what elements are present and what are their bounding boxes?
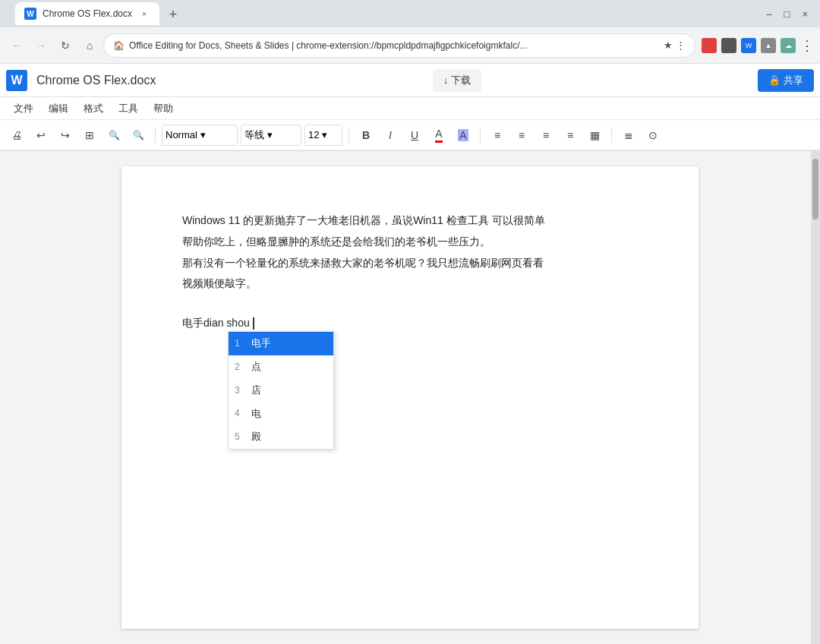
window-right-controls: – □ × [766,8,814,20]
redo-button[interactable]: ↪ [55,125,76,146]
size-arrow: ▾ [322,129,327,140]
page-wrapper: Windows 11 的更新抛弃了一大堆老旧机器，虽说Win11 检查工具 可以… [0,151,820,644]
separator-4 [611,128,612,143]
item-num-1: 1 [235,336,247,351]
paragraph-3: 那有没有一个轻量化的系统来拯救大家的老爷机呢？我只想流畅刷刷网页看看 [182,254,638,273]
style-selector[interactable]: Normal ▾ [162,125,238,146]
font-label: 等线 [244,128,264,142]
text-cursor [253,317,254,330]
autocomplete-dropdown[interactable]: 1 电手 2 点 3 店 4 电 [228,331,334,450]
format-toolbar: 🖨 ↩ ↪ ⊞ 🔍 🔍 Normal ▾ 等线 ▾ 12 ▾ B I U [0,120,820,150]
scrollbar-thumb[interactable] [812,159,818,219]
title-bar: W Chrome OS Flex.docx × + – □ × [0,0,820,27]
extension-icon-3[interactable]: ▲ [761,38,776,53]
separator-2 [348,128,349,143]
document-page[interactable]: Windows 11 的更新抛弃了一大堆老旧机器，虽说Win11 检查工具 可以… [121,166,699,629]
item-char-3: 店 [251,383,261,399]
paragraph-2: 帮助你吃上，但略显臃肿的系统还是会给我们的老爷机一些压力。 [182,233,638,251]
menu-edit[interactable]: 编辑 [41,99,76,118]
paragraph-4: 视频顺便敲字。 [182,275,638,293]
refresh-button[interactable]: ↻ [55,35,76,56]
border-button[interactable]: ▦ [584,125,605,146]
maximize-button[interactable]: □ [784,8,790,20]
item-num-2: 2 [235,360,247,374]
separator-3 [480,128,481,143]
active-tab[interactable]: W Chrome OS Flex.docx × [15,2,159,25]
paragraph-1: Windows 11 的更新抛弃了一大堆老旧机器，虽说Win11 检查工具 可以… [182,212,638,230]
new-tab-button[interactable]: + [162,4,184,25]
app-title: Chrome OS Flex.docx [36,74,156,87]
list-unordered-button[interactable]: ⊙ [642,125,664,146]
bold-button[interactable]: B [355,125,377,146]
undo-button[interactable]: ↩ [30,125,52,146]
print-button[interactable]: 🖨 [6,125,27,146]
font-color-button[interactable]: A [428,125,449,146]
underline-button[interactable]: U [404,125,425,146]
align-left-button[interactable]: ≡ [487,125,508,146]
app-logo: W [6,70,27,91]
extension-icon-w[interactable]: W [741,38,756,53]
address-bar: ← → ↻ ⌂ 🏠 Office Editing for Docs, Sheet… [0,27,820,64]
app-title-bar: W Chrome OS Flex.docx ↓ 下载 🔒 共享 [0,64,820,97]
autocomplete-item-4[interactable]: 4 电 [229,402,333,426]
zoom-out-button[interactable]: 🔍 [128,125,149,146]
menu-help[interactable]: 帮助 [146,99,181,118]
list-ordered-button[interactable]: ≣ [618,125,639,146]
download-button[interactable]: ↓ 下载 [433,69,481,92]
home-button[interactable]: ⌂ [79,35,100,56]
app-header: W Chrome OS Flex.docx ↓ 下载 🔒 共享 文件 编辑 格式… [0,64,820,151]
doc-content: Windows 11 的更新抛弃了一大堆老旧机器，虽说Win11 检查工具 可以… [182,212,638,293]
browser-menu-button[interactable]: ⋮ [800,37,814,54]
url-menu-icon[interactable]: ⋮ [676,39,686,51]
url-bar[interactable]: 🏠 Office Editing for Docs, Sheets & Slid… [103,33,695,58]
autocomplete-item-1[interactable]: 1 电手 [229,332,333,355]
font-arrow: ▾ [267,129,273,140]
zoom-in-button[interactable]: 🔍 [103,125,125,146]
font-selector[interactable]: 等线 ▾ [241,125,301,146]
separator-1 [155,128,156,143]
autocomplete-item-3[interactable]: 3 店 [229,379,333,402]
url-text: Office Editing for Docs, Sheets & Slides… [129,40,659,51]
highlight-button[interactable]: A [453,125,474,146]
item-num-4: 4 [235,406,247,421]
extension-icon-4[interactable]: ☁ [781,38,796,53]
close-button[interactable]: × [802,8,808,20]
url-secure-icon: 🏠 [113,40,125,51]
italic-button[interactable]: I [380,125,401,146]
align-center-button[interactable]: ≡ [511,125,532,146]
menu-format[interactable]: 格式 [76,99,111,118]
forward-button[interactable]: → [30,35,52,56]
item-num-5: 5 [235,430,247,444]
back-button[interactable]: ← [6,35,27,56]
extension-icon-1[interactable] [702,38,717,53]
align-right-button[interactable]: ≡ [535,125,557,146]
browser-frame: W Chrome OS Flex.docx × + – □ × ← → ↻ ⌂ … [0,0,820,644]
url-bar-actions: ★ ⋮ [664,39,686,51]
share-button[interactable]: 🔒 共享 [758,69,814,92]
item-char-5: 殿 [251,429,261,445]
justify-button[interactable]: ≡ [560,125,581,146]
browser-extensions: W ▲ ☁ ⋮ [699,37,814,54]
tab-close-button[interactable]: × [138,8,150,20]
autocomplete-item-5[interactable]: 5 殿 [229,425,333,449]
input-area[interactable]: 电手dian shou 1 电手 2 点 3 [182,314,254,331]
item-char-2: 点 [251,359,261,375]
style-arrow: ▾ [200,129,206,140]
minimize-button[interactable]: – [766,8,771,20]
menu-tools[interactable]: 工具 [111,99,146,118]
item-char-4: 电 [251,406,261,422]
menu-bar: 文件 编辑 格式 工具 帮助 [0,97,820,120]
vertical-scrollbar[interactable] [811,151,820,644]
extension-icon-2[interactable] [721,38,736,53]
size-label: 12 [308,129,319,140]
bookmark-icon[interactable]: ★ [664,39,673,51]
style-label: Normal [166,129,197,140]
size-selector[interactable]: 12 ▾ [304,125,342,146]
tab-bar: W Chrome OS Flex.docx × + [12,2,760,25]
layout-button[interactable]: ⊞ [79,125,100,146]
tab-favicon: W [24,8,36,20]
item-char-1: 电手 [251,336,271,352]
autocomplete-item-2[interactable]: 2 点 [229,355,333,379]
document-area: Windows 11 的更新抛弃了一大堆老旧机器，虽说Win11 检查工具 可以… [0,151,820,644]
menu-file[interactable]: 文件 [6,99,41,118]
